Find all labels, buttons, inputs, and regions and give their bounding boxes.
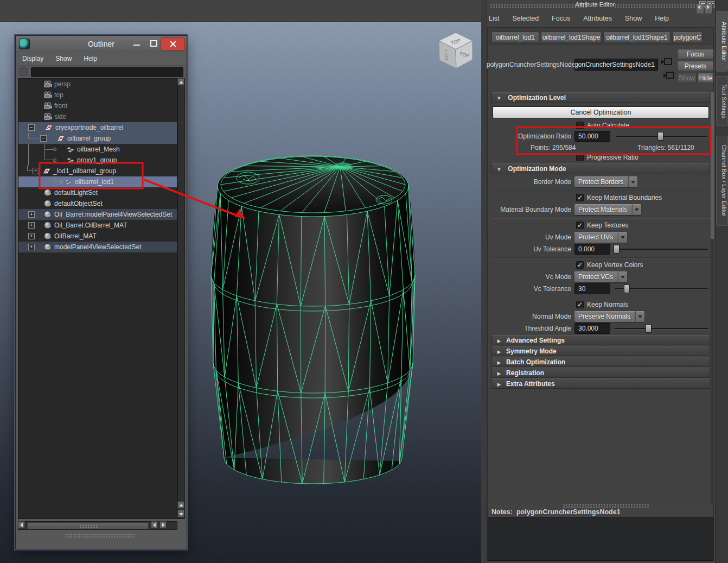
- threshold-angle-field[interactable]: 30.000: [574, 323, 610, 334]
- keep-normals-checkbox[interactable]: ✓: [576, 301, 584, 308]
- ae-menu-attributes[interactable]: Attributes: [583, 15, 612, 22]
- section-optimization-level[interactable]: ▼ Optimization Level: [491, 92, 710, 103]
- tab-scroll-right-icon[interactable]: [705, 4, 713, 14]
- scroll-up-icon[interactable]: [177, 78, 184, 86]
- section-batch-optimization[interactable]: ▶Batch Optimization: [491, 357, 710, 367]
- uv-tolerance-field[interactable]: 0.000: [574, 244, 610, 255]
- dock-tab-channel-box-layer-editor[interactable]: Channel Box / Layer Editor: [716, 136, 728, 226]
- show-button[interactable]: Show: [677, 73, 697, 83]
- collapse-icon[interactable]: −: [40, 135, 47, 142]
- outliner-row-oilbarrel_lod1[interactable]: oilbarrel_lod1: [18, 176, 177, 187]
- expand-icon[interactable]: +: [28, 211, 35, 218]
- outliner-row-top[interactable]: top: [18, 90, 177, 100]
- ae-menu-help[interactable]: Help: [655, 15, 669, 22]
- outliner-row-defaultObjectSet[interactable]: defaultObjectSet: [18, 198, 177, 209]
- expand-icon[interactable]: +: [28, 244, 35, 250]
- outliner-row-oilbarrel_group[interactable]: −oilbarrel_group: [18, 133, 177, 144]
- ae-menu-focus[interactable]: Focus: [552, 15, 570, 22]
- outliner-row-front[interactable]: front: [18, 100, 177, 111]
- dock-tab-tool-settings[interactable]: Tool Settings: [716, 76, 728, 126]
- panel-separator[interactable]: [481, 0, 487, 563]
- dock-tab-attribute-editor[interactable]: Attribute Editor: [716, 11, 728, 72]
- slider-handle[interactable]: [624, 284, 630, 293]
- hide-button[interactable]: Hide: [698, 73, 714, 83]
- notes-textarea[interactable]: [488, 517, 713, 561]
- presets-button[interactable]: Presets: [677, 61, 714, 71]
- outliner-row-oilbarrel_Mesh[interactable]: oilbarrel_Mesh: [18, 144, 177, 155]
- expand-icon[interactable]: +: [28, 222, 35, 229]
- auto-calculate-checkbox[interactable]: [576, 122, 584, 129]
- scroll-left-icon[interactable]: [151, 521, 158, 529]
- slider-handle[interactable]: [646, 324, 652, 333]
- scrollbar-thumb[interactable]: [27, 522, 149, 529]
- outliner-titlebar[interactable]: Outliner: [16, 36, 187, 52]
- slider-handle[interactable]: [614, 245, 620, 254]
- maximize-icon[interactable]: [150, 40, 157, 47]
- outliner-row-persp[interactable]: persp: [18, 79, 177, 90]
- outliner-menu-help[interactable]: Help: [84, 55, 97, 62]
- vc-mode-dropdown[interactable]: Protect VCs: [574, 271, 627, 282]
- section-optimization-mode[interactable]: ▼ Optimization Mode: [491, 163, 710, 174]
- tab-oilbarrel_lod1[interactable]: oilbarrel_lod1: [491, 31, 539, 43]
- ae-menu-show[interactable]: Show: [625, 15, 642, 22]
- optimization-ratio-slider[interactable]: [616, 131, 707, 142]
- outliner-row-cryexportnode_oilbarrel[interactable]: −cryexportnode_oilbarrel: [18, 122, 177, 133]
- optimization-ratio-field[interactable]: 50.000: [574, 131, 610, 142]
- outliner-horizontal-scrollbar[interactable]: [18, 521, 177, 530]
- border-mode-dropdown[interactable]: Protect Borders: [574, 176, 637, 187]
- material-boundary-mode-dropdown[interactable]: Protect Materials: [574, 204, 641, 215]
- outliner-row-defaultLightSet[interactable]: defaultLightSet: [18, 187, 177, 198]
- slider-handle[interactable]: [657, 132, 663, 141]
- tab-oilbarrel_lod1Shape1[interactable]: oilbarrel_lod1Shape1: [603, 31, 670, 43]
- load-attributes-icon[interactable]: [664, 58, 672, 65]
- keep-material-boundaries-checkbox[interactable]: ✓: [576, 194, 584, 201]
- outliner-menu-show[interactable]: Show: [55, 55, 72, 62]
- tab-oilbarrel_lod1Shape[interactable]: oilbarrel_lod1Shape: [541, 31, 602, 43]
- scroll-right-icon[interactable]: [159, 521, 167, 529]
- outliner-vertical-scrollbar[interactable]: [177, 78, 185, 519]
- collapse-icon[interactable]: −: [28, 124, 35, 131]
- outliner-row-OilBarrel_MAT[interactable]: +OilBarrel_MAT: [18, 231, 177, 242]
- window-resize-grip[interactable]: [65, 534, 135, 538]
- expand-icon[interactable]: +: [28, 233, 35, 239]
- vc-tolerance-field[interactable]: 30: [574, 283, 610, 294]
- section-registration[interactable]: ▶Registration: [491, 368, 710, 378]
- normal-mode-dropdown[interactable]: Preserve Normals: [574, 311, 644, 322]
- outliner-row-proxy1_group[interactable]: proxy1_group: [18, 155, 177, 166]
- outliner-row-Oil_Barrel:modelPanel4ViewSelectedSet[interactable]: +Oil_Barrel:modelPanel4ViewSelectedSet: [18, 209, 177, 220]
- outliner-row-Oil_Barrel:OilBarrel_MAT[interactable]: +Oil_Barrel:OilBarrel_MAT: [18, 220, 177, 231]
- outliner-menu-display[interactable]: Display: [22, 55, 43, 62]
- notes-drag-grip[interactable]: [563, 504, 649, 508]
- keep-textures-checkbox[interactable]: ✓: [576, 222, 584, 229]
- outliner-row-modelPanel4ViewSelectedSet[interactable]: +modelPanel4ViewSelectedSet: [18, 242, 177, 252]
- threshold-angle-slider[interactable]: [615, 323, 708, 334]
- scroll-down-icon[interactable]: [177, 510, 184, 517]
- attribute-editor-scrollbar[interactable]: [711, 92, 714, 505]
- ae-menu-selected[interactable]: Selected: [512, 15, 539, 22]
- collapse-icon[interactable]: −: [33, 168, 39, 174]
- node-name-field[interactable]: polygonCruncherSettingsNode1: [574, 59, 658, 71]
- tab-polygonC[interactable]: polygonC: [672, 31, 703, 43]
- scroll-up-icon[interactable]: [177, 501, 184, 509]
- section-advanced-settings[interactable]: ▶Advanced Settings: [491, 335, 710, 345]
- outliner-search-input[interactable]: [31, 67, 183, 77]
- section-extra-attributes[interactable]: ▶Extra Attributes: [491, 378, 710, 389]
- tab-scroll-left-icon[interactable]: [696, 4, 704, 14]
- ae-menu-list[interactable]: List: [489, 15, 499, 22]
- vc-tolerance-slider[interactable]: [615, 283, 708, 294]
- uv-tolerance-slider[interactable]: [615, 244, 708, 255]
- keep-vertex-colors-checkbox[interactable]: ✓: [576, 261, 584, 269]
- filter-icon[interactable]: [19, 67, 28, 76]
- copy-tab-icon[interactable]: [666, 72, 674, 79]
- progressive-ratio-checkbox[interactable]: [576, 154, 584, 161]
- minimize-icon[interactable]: [133, 45, 140, 46]
- outliner-row-_lod1_oilbarrel_group[interactable]: −_lod1_oilbarrel_group: [18, 166, 177, 176]
- scrollbar-thumb[interactable]: [711, 92, 714, 239]
- uv-mode-dropdown[interactable]: Protect UVs: [574, 232, 627, 243]
- section-symmetry-mode[interactable]: ▶Symmetry Mode: [491, 346, 710, 356]
- scroll-left-icon[interactable]: [18, 521, 25, 529]
- outliner-row-side[interactable]: side: [18, 111, 177, 122]
- focus-button[interactable]: Focus: [677, 49, 714, 59]
- cancel-optimization-button[interactable]: Cancel Optimization: [493, 106, 709, 118]
- close-icon[interactable]: [161, 37, 185, 50]
